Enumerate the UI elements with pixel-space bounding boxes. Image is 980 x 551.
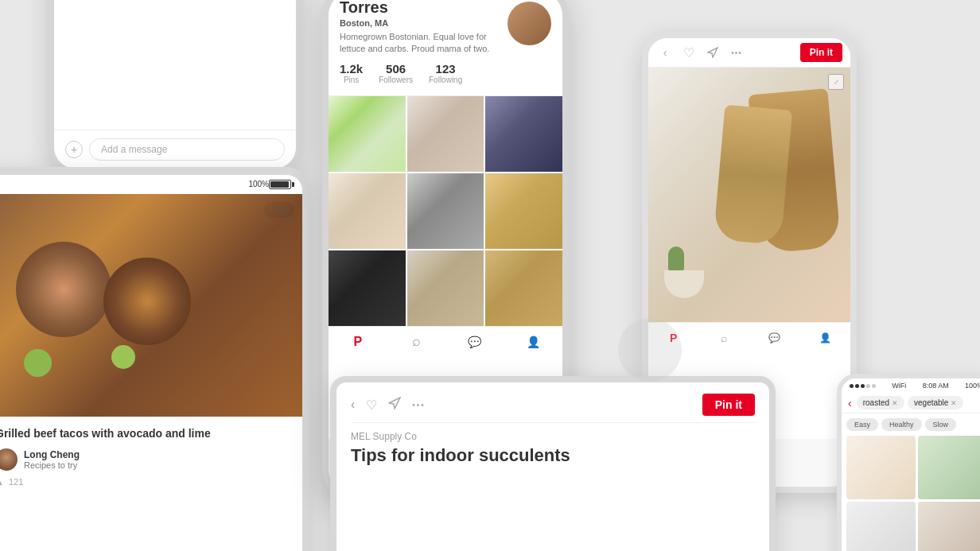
- iphone-message-device: Let's do it + Add a message: [48, 0, 302, 175]
- grid-cell-cutting-boards[interactable]: [485, 250, 562, 326]
- battery-fill: [270, 181, 289, 188]
- article-back-btn[interactable]: ‹: [351, 398, 355, 412]
- search-back-btn[interactable]: ‹: [848, 397, 852, 409]
- filter-healthy[interactable]: Healthy: [881, 418, 922, 431]
- grid-cell-person-path[interactable]: [407, 250, 484, 326]
- tag-vegetable-label: vegetable: [914, 398, 948, 407]
- dot4: [866, 384, 870, 388]
- pin-article-screen: ‹ ♡ ••• Pin it MEL Supply Co Tips for in…: [336, 382, 769, 551]
- search-status-bar: WiFi 8:08 AM 100%: [842, 378, 980, 393]
- filter-chips: Easy Healthy Slow: [846, 418, 980, 431]
- message-input-area: + Add a message: [54, 130, 296, 169]
- pins-label: Pins: [340, 76, 363, 84]
- search-result-grid: [846, 436, 980, 551]
- deco-circle-1: [618, 318, 682, 382]
- save-icon: ⤴: [270, 205, 275, 215]
- battery-text: 100%: [248, 180, 269, 189]
- grid-cell-dark[interactable]: [329, 250, 406, 326]
- profile-avatar: [508, 2, 551, 45]
- nav-pinterest[interactable]: P: [349, 333, 367, 351]
- pin-grid: [329, 96, 562, 326]
- pin-card-title: Grilled beef tacos with avocado and lime: [0, 426, 291, 440]
- result-cell-3[interactable]: [846, 502, 916, 551]
- right-nav-search[interactable]: ⌕: [715, 329, 733, 347]
- nav-chat[interactable]: 💬: [466, 333, 484, 351]
- article-send-btn[interactable]: [388, 397, 401, 413]
- user-avatar: [0, 448, 18, 471]
- plus-icon: +: [71, 143, 77, 156]
- pin-card-image: ⤴ 11: [0, 194, 302, 417]
- pins-value: 1.2k: [340, 62, 363, 76]
- cactus: [668, 246, 684, 270]
- nav-search[interactable]: ⌕: [407, 333, 425, 351]
- profile-location: Boston, MA: [340, 18, 507, 28]
- taco1: [16, 242, 111, 337]
- fullscreen-icon: ⤢: [834, 79, 839, 86]
- tag-roasted[interactable]: roasted ✕: [857, 396, 904, 409]
- bowl: [664, 270, 704, 298]
- profile-avatar-image: [508, 2, 551, 45]
- tag-vegetable[interactable]: vegetable ✕: [908, 396, 963, 409]
- attach-button[interactable]: +: [65, 141, 83, 158]
- grid-cell-pancakes[interactable]: [485, 173, 562, 249]
- bottom-navigation: P ⌕ 💬 👤: [329, 326, 562, 357]
- heart-button[interactable]: ♡: [680, 44, 698, 61]
- pin-detail-image: ⤢: [648, 68, 850, 322]
- food-photo: [0, 194, 302, 417]
- user-info: Long Cheng Recipes to try: [24, 449, 80, 470]
- result-cell-4[interactable]: [918, 502, 981, 551]
- following-label: Following: [429, 76, 462, 84]
- search-header: ‹ roasted ✕ vegetable ✕: [842, 393, 980, 413]
- stat-following: 123 Following: [429, 62, 462, 84]
- grid-cell-salad[interactable]: [329, 96, 406, 172]
- search-tag-area: roasted ✕ vegetable ✕: [857, 396, 980, 409]
- result-cell-2[interactable]: [918, 436, 981, 499]
- grid-cell-man-hat[interactable]: [485, 96, 562, 172]
- ipad-content: ⤴ 11 Grilled beef tacos with avocado and…: [0, 194, 302, 551]
- status-time: 8:08 AM: [923, 382, 949, 390]
- article-more-btn[interactable]: •••: [412, 401, 426, 409]
- grid-cell-room[interactable]: [329, 173, 406, 249]
- tag-roasted-remove[interactable]: ✕: [892, 399, 898, 407]
- back-button[interactable]: ‹: [656, 44, 674, 61]
- taco2: [103, 258, 191, 345]
- save-count: ⤴ 11: [264, 202, 294, 218]
- nav-profile[interactable]: 👤: [524, 333, 542, 351]
- tag-vegetable-remove[interactable]: ✕: [951, 399, 957, 407]
- filter-easy[interactable]: Easy: [846, 418, 878, 431]
- article-pin-it-button[interactable]: Pin it: [702, 394, 755, 416]
- ipad-device: 100% ⤴ 11 Grilled beef tacos with avoc: [0, 167, 310, 551]
- right-nav-profile[interactable]: 👤: [816, 329, 834, 347]
- pin-it-button[interactable]: Pin it: [800, 43, 842, 62]
- fullscreen-button[interactable]: ⤢: [828, 74, 844, 90]
- profile-screen: Torres Boston, MA Homegrown Bostonian. E…: [329, 0, 562, 439]
- pin-card-info: Grilled beef tacos with avocado and lime…: [0, 417, 302, 480]
- grid-cell-woman-bw[interactable]: [407, 173, 484, 249]
- article-heart-btn[interactable]: ♡: [366, 398, 377, 413]
- pin-detail-header: ‹ ♡ ••• Pin it: [648, 38, 850, 68]
- profile-name: Torres: [340, 0, 507, 17]
- more-button[interactable]: •••: [728, 44, 745, 61]
- followers-label: Followers: [379, 76, 413, 84]
- grid-cell-woman-mirror[interactable]: [407, 96, 484, 172]
- message-input[interactable]: Add a message: [89, 138, 285, 161]
- user-name: Long Cheng: [24, 449, 80, 460]
- signal-dots: [850, 384, 876, 388]
- send-button[interactable]: [704, 44, 721, 61]
- stat-pins: 1.2k Pins: [340, 62, 363, 84]
- pin-card-user: Long Cheng Recipes to try: [0, 448, 291, 471]
- filter-slow[interactable]: Slow: [925, 418, 957, 431]
- result-cell-1[interactable]: [846, 436, 916, 499]
- dot1: [850, 384, 854, 388]
- search-results: Easy Healthy Slow: [842, 413, 980, 551]
- status-wifi: WiFi: [892, 382, 906, 390]
- article-source: MEL Supply Co: [351, 431, 755, 442]
- profile-header: Torres Boston, MA Homegrown Bostonian. E…: [329, 0, 562, 96]
- likes-count: 121: [9, 477, 23, 487]
- likes-icon: ▲: [0, 477, 4, 487]
- lime1: [24, 349, 52, 377]
- article-title: Tips for indoor succulents: [351, 445, 755, 466]
- right-nav-chat[interactable]: 💬: [766, 329, 784, 347]
- profile-stats: 1.2k Pins 506 Followers 123 Following: [340, 62, 507, 84]
- message-screen: Let's do it + Add a message: [54, 0, 296, 169]
